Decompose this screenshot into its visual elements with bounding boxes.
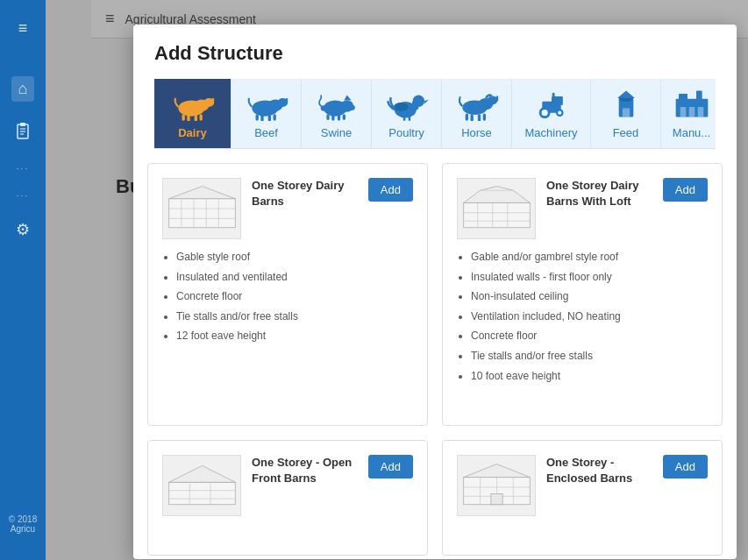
svg-rect-32 bbox=[411, 101, 418, 110]
category-horse-label: Horse bbox=[461, 126, 492, 139]
structure-card-open-front: One Storey - Open Front Barns Add bbox=[147, 440, 428, 556]
category-row: Dairy Beef bbox=[154, 79, 716, 149]
category-dairy[interactable]: Dairy bbox=[154, 79, 232, 148]
add-button-enclosed[interactable]: Add bbox=[663, 455, 708, 478]
svg-marker-62 bbox=[168, 186, 235, 198]
modal-body: One Storey Dairy Barns Add Gable style r… bbox=[133, 149, 737, 559]
svg-rect-27 bbox=[337, 115, 339, 121]
svg-rect-12 bbox=[199, 114, 202, 121]
modal-title: Add Structure bbox=[154, 42, 716, 65]
feature-item: Tie stalls and/or free stalls bbox=[471, 347, 708, 366]
card-features-dairy-barns: Gable style roof Insulated and ventilate… bbox=[162, 248, 413, 347]
svg-rect-58 bbox=[680, 107, 686, 117]
feature-item: Gable and/or gambrel style roof bbox=[471, 248, 708, 267]
category-feed[interactable]: Feed bbox=[591, 79, 661, 148]
feature-item: Concrete floor bbox=[176, 287, 413, 307]
svg-rect-54 bbox=[622, 109, 629, 117]
card-title-area-dairy-barns: One Storey Dairy Barns Add bbox=[252, 178, 413, 209]
svg-rect-61 bbox=[168, 198, 235, 227]
svg-rect-26 bbox=[331, 115, 334, 121]
svg-rect-18 bbox=[260, 115, 263, 121]
home-icon[interactable]: ⌂ bbox=[11, 76, 35, 102]
svg-point-47 bbox=[541, 110, 547, 116]
feature-item: 10 foot eave height bbox=[471, 367, 708, 386]
svg-rect-40 bbox=[465, 113, 467, 120]
card-top-dairy-barns-loft: One Storey Dairy Barns With Loft Add bbox=[457, 178, 708, 239]
category-horse[interactable]: Horse bbox=[442, 79, 512, 148]
svg-rect-19 bbox=[267, 115, 270, 121]
svg-rect-60 bbox=[697, 107, 703, 117]
svg-point-24 bbox=[347, 104, 354, 110]
category-machinery[interactable]: Machinery bbox=[512, 79, 591, 148]
svg-rect-41 bbox=[470, 114, 473, 121]
category-beef-label: Beef bbox=[254, 126, 278, 139]
svg-point-33 bbox=[394, 103, 409, 111]
category-feed-label: Feed bbox=[613, 126, 639, 139]
category-poultry[interactable]: Poultry bbox=[372, 79, 442, 148]
svg-rect-10 bbox=[187, 115, 189, 121]
feature-item: Concrete floor bbox=[471, 327, 708, 346]
svg-rect-50 bbox=[552, 93, 554, 98]
category-dairy-label: Dairy bbox=[178, 126, 207, 139]
svg-marker-31 bbox=[424, 100, 429, 104]
structure-card-dairy-barns-loft: One Storey Dairy Barns With Loft Add Gab… bbox=[442, 163, 723, 426]
svg-rect-77 bbox=[168, 482, 235, 505]
svg-rect-25 bbox=[326, 114, 329, 120]
card-title-area-open-front: One Storey - Open Front Barns Add bbox=[252, 455, 413, 486]
card-image-dairy-barns bbox=[162, 178, 241, 239]
svg-rect-1 bbox=[20, 123, 25, 126]
svg-rect-57 bbox=[696, 91, 702, 103]
sidebar-dots-top: ··· bbox=[17, 164, 29, 174]
card-title-area-dairy-barns-loft: One Storey Dairy Barns With Loft Add bbox=[546, 178, 708, 209]
card-image-open-front bbox=[162, 455, 241, 516]
feature-item: Gable style roof bbox=[176, 248, 413, 267]
sidebar-dots-bottom: ··· bbox=[17, 191, 29, 201]
menu-icon[interactable]: ≡ bbox=[18, 19, 28, 38]
card-title-enclosed: One Storey - Enclosed Barns bbox=[546, 455, 656, 486]
svg-rect-42 bbox=[477, 114, 480, 121]
svg-rect-45 bbox=[552, 96, 563, 105]
structure-card-dairy-barns: One Storey Dairy Barns Add Gable style r… bbox=[147, 163, 428, 426]
svg-rect-11 bbox=[194, 115, 196, 121]
sidebar: ≡ ⌂ ··· ··· ⚙ © 2018 Agricu bbox=[0, 0, 46, 560]
card-image-dairy-barns-loft bbox=[457, 178, 536, 239]
card-features-dairy-barns-loft: Gable and/or gambrel style roof Insulate… bbox=[457, 248, 708, 386]
feature-item: Non-insulated ceiling bbox=[471, 287, 708, 307]
svg-rect-17 bbox=[255, 114, 258, 121]
card-title-dairy-barns-loft: One Storey Dairy Barns With Loft bbox=[546, 178, 656, 209]
sidebar-footer: © 2018 Agricu bbox=[0, 514, 46, 534]
card-title-area-enclosed: One Storey - Enclosed Barns Add bbox=[546, 455, 708, 486]
settings-icon[interactable]: ⚙ bbox=[16, 220, 30, 239]
category-manu-label: Manu... bbox=[673, 126, 710, 139]
card-top-enclosed: One Storey - Enclosed Barns Add bbox=[457, 455, 708, 516]
svg-point-49 bbox=[558, 111, 561, 115]
card-title-dairy-barns: One Storey Dairy Barns bbox=[252, 178, 361, 209]
feature-item: Ventilation included, NO heating bbox=[471, 308, 708, 327]
category-manu[interactable]: Manu... bbox=[661, 79, 716, 148]
modal-header: Add Structure bbox=[133, 25, 737, 149]
add-button-open-front[interactable]: Add bbox=[368, 455, 413, 478]
card-top-open-front: One Storey - Open Front Barns Add bbox=[162, 455, 413, 516]
svg-marker-84 bbox=[463, 464, 530, 477]
add-button-dairy-barns[interactable]: Add bbox=[368, 178, 413, 202]
card-image-enclosed bbox=[457, 455, 536, 516]
feature-item: Insulated and ventilated bbox=[176, 268, 413, 287]
structure-card-enclosed: One Storey - Enclosed Barns Add bbox=[442, 440, 723, 556]
svg-rect-69 bbox=[463, 202, 530, 227]
card-title-open-front: One Storey - Open Front Barns bbox=[252, 455, 361, 486]
svg-rect-20 bbox=[273, 114, 275, 121]
category-machinery-label: Machinery bbox=[525, 126, 578, 139]
category-poultry-label: Poultry bbox=[388, 126, 424, 139]
svg-rect-43 bbox=[482, 113, 485, 120]
svg-marker-78 bbox=[168, 465, 235, 482]
clipboard-icon[interactable] bbox=[14, 123, 32, 145]
category-beef[interactable]: Beef bbox=[232, 79, 302, 148]
svg-rect-59 bbox=[688, 107, 695, 117]
svg-rect-35 bbox=[408, 116, 410, 121]
add-structure-modal: Add Structure bbox=[133, 25, 737, 559]
svg-rect-56 bbox=[679, 94, 687, 103]
add-button-dairy-barns-loft[interactable]: Add bbox=[663, 178, 708, 202]
feature-item: 12 foot eave height bbox=[176, 327, 413, 346]
category-swine[interactable]: Swine bbox=[302, 79, 372, 148]
feature-item: Insulated walls - first floor only bbox=[471, 268, 708, 287]
